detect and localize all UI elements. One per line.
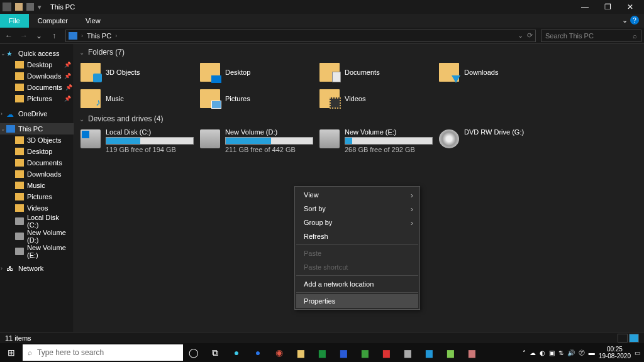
address-dropdown-icon[interactable]: ⌄ xyxy=(518,31,523,40)
drive-local-disk-c-[interactable]: Local Disk (C:)119 GB free of 194 GB xyxy=(79,127,199,155)
sidebar-item-documents[interactable]: Documents xyxy=(0,157,74,168)
up-button[interactable]: ↑ xyxy=(48,30,60,42)
refresh-button[interactable]: ⟳ xyxy=(527,31,533,40)
tray-clock[interactable]: 00:25 19-08-2020 xyxy=(599,346,631,359)
folder-desktop[interactable]: Desktop xyxy=(199,59,318,85)
sidebar-item-onedrive[interactable]: ›OneDrive xyxy=(0,108,74,119)
tab-file[interactable]: File xyxy=(0,14,29,28)
taskbar-app-explorer[interactable]: ▆ xyxy=(290,343,311,362)
context-item-properties[interactable]: Properties xyxy=(296,294,418,308)
drive-usage-bar xyxy=(345,137,433,145)
back-button[interactable]: ← xyxy=(3,30,15,42)
chevron-right-icon[interactable]: › xyxy=(115,33,117,39)
quick-access-toolbar-icon[interactable] xyxy=(15,3,23,11)
folder-videos[interactable]: Videos xyxy=(318,85,438,112)
folder-label: Documents xyxy=(345,69,380,76)
folder-label: Music xyxy=(106,95,124,102)
drive-dvd-rw-drive-g-[interactable]: DVD RW Drive (G:) xyxy=(438,127,557,155)
sidebar-item-downloads[interactable]: Downloads📌 xyxy=(0,70,74,82)
taskbar-search[interactable]: ⌕ Type here to search xyxy=(23,344,183,361)
sidebar-item-label: Network xyxy=(18,265,43,272)
sidebar-item-downloads[interactable]: Downloads xyxy=(0,168,74,180)
details-view-icon[interactable] xyxy=(618,334,628,343)
taskbar-app-edge[interactable]: ● xyxy=(226,343,247,362)
sidebar-item-localdisk-c[interactable]: Local Disk (C:) xyxy=(0,214,74,229)
sidebar-item-videos[interactable]: Videos xyxy=(0,202,74,214)
tray-onedrive-icon[interactable]: ☁ xyxy=(530,349,536,356)
context-item-view[interactable]: View xyxy=(296,188,418,202)
taskbar-app-camtasia[interactable]: ▆ xyxy=(354,343,375,362)
drive-free-label: 211 GB free of 442 GB xyxy=(225,146,317,153)
tray-language-icon[interactable]: ㋐ xyxy=(579,348,585,357)
sidebar-item-pictures[interactable]: Pictures xyxy=(0,191,74,202)
help-icon[interactable]: ? xyxy=(630,16,639,25)
group-header-folders[interactable]: ⌄ Folders (7) xyxy=(74,47,644,58)
tray-network-icon[interactable]: ⇅ xyxy=(558,349,564,356)
ribbon-expand-icon[interactable]: ⌄ xyxy=(622,16,628,25)
taskbar-app-android[interactable]: ▆ xyxy=(440,343,461,362)
large-icons-view-icon[interactable] xyxy=(629,334,639,343)
folder-downloads[interactable]: Downloads xyxy=(438,59,557,85)
quick-access-toolbar-icon[interactable] xyxy=(26,3,34,11)
sidebar-item-newvolume-d[interactable]: New Volume (D:) xyxy=(0,229,74,244)
cortana-icon[interactable]: ◯ xyxy=(183,343,204,362)
address-bar[interactable]: › This PC › ⌄ ⟳ xyxy=(65,30,536,42)
sidebar-item-label: Desktop xyxy=(27,61,52,69)
minimize-button[interactable]: — xyxy=(574,0,596,14)
sidebar-item-quickaccess[interactable]: ⌄Quick access xyxy=(0,48,74,59)
close-button[interactable]: ✕ xyxy=(619,0,641,14)
taskbar-app-word[interactable]: ▆ xyxy=(333,343,354,362)
tab-view[interactable]: View xyxy=(77,14,109,28)
taskbar-app-vscode[interactable]: ▆ xyxy=(418,343,440,362)
taskbar-app-chrome[interactable]: ◉ xyxy=(269,343,290,362)
drive-new-volume-e-[interactable]: New Volume (E:)268 GB free of 292 GB xyxy=(318,127,438,155)
sidebar-item-music[interactable]: Music xyxy=(0,180,74,191)
context-item-refresh[interactable]: Refresh xyxy=(296,229,418,243)
chevron-right-icon[interactable]: › xyxy=(81,33,83,39)
sidebar-item-3dobjects[interactable]: 3D Objects xyxy=(0,134,74,146)
tray-notifications-icon[interactable]: ▭ xyxy=(635,349,640,356)
sidebar-item-label: OneDrive xyxy=(18,110,47,118)
drive-label: New Volume (D:) xyxy=(225,128,317,136)
folder-3d-objects[interactable]: 3D Objects xyxy=(79,59,199,85)
taskbar-app-browser[interactable]: ● xyxy=(247,343,269,362)
sidebar-item-pictures[interactable]: Pictures📌 xyxy=(0,93,74,104)
sidebar-item-thispc[interactable]: ⌄This PC xyxy=(0,123,74,134)
group-label: Folders (7) xyxy=(88,48,125,57)
tray-volume-icon[interactable]: 🔊 xyxy=(567,349,575,356)
sidebar-item-desktop[interactable]: Desktop xyxy=(0,146,74,157)
taskbar-app-excel[interactable]: ▆ xyxy=(311,343,333,362)
search-input[interactable]: Search This PC ⌕ xyxy=(541,30,641,42)
sidebar-item-network[interactable]: ›Network xyxy=(0,263,74,274)
tray-overflow-icon[interactable]: ˄ xyxy=(523,349,526,356)
taskview-icon[interactable]: ⧉ xyxy=(204,343,226,362)
folder-pictures[interactable]: Pictures xyxy=(199,85,318,112)
tab-computer[interactable]: Computer xyxy=(29,14,77,28)
context-item-add-network-location[interactable]: Add a network location xyxy=(296,277,418,291)
folder-icon xyxy=(80,63,101,82)
sidebar-item-newvolume-e[interactable]: New Volume (E:) xyxy=(0,244,74,259)
maximize-button[interactable]: ❐ xyxy=(596,0,619,14)
start-button[interactable]: ⊞ xyxy=(0,348,23,358)
recent-locations-button[interactable]: ⌄ xyxy=(33,30,45,42)
taskbar-app-terminal[interactable]: ▆ xyxy=(397,343,418,362)
tray-meet-icon[interactable]: ▣ xyxy=(549,349,555,356)
taskbar-app-anydesk[interactable]: ▆ xyxy=(375,343,397,362)
tray-battery-icon[interactable]: ▬ xyxy=(589,349,595,356)
drive-new-volume-d-[interactable]: New Volume (D:)211 GB free of 442 GB xyxy=(199,127,318,155)
tray-app-icon[interactable]: ◐ xyxy=(540,349,545,356)
context-item-sortby[interactable]: Sort by xyxy=(296,202,418,216)
sidebar-item-documents[interactable]: Documents📌 xyxy=(0,82,74,93)
drive-icon xyxy=(80,129,101,148)
sidebar-item-desktop[interactable]: Desktop📌 xyxy=(0,59,74,70)
folder-documents[interactable]: Documents xyxy=(318,59,438,85)
group-header-drives[interactable]: ⌄ Devices and drives (4) xyxy=(74,113,644,124)
folder-label: Downloads xyxy=(464,69,498,76)
app-icon xyxy=(3,3,11,11)
breadcrumb[interactable]: This PC xyxy=(87,32,111,40)
context-item-groupby[interactable]: Group by xyxy=(296,216,418,229)
taskbar-app-unknown[interactable]: ▆ xyxy=(461,343,482,362)
sidebar-item-label: Downloads xyxy=(27,72,61,80)
quick-access-toolbar-dropdown[interactable]: ▾ xyxy=(38,3,45,11)
folder-music[interactable]: Music xyxy=(79,85,199,112)
